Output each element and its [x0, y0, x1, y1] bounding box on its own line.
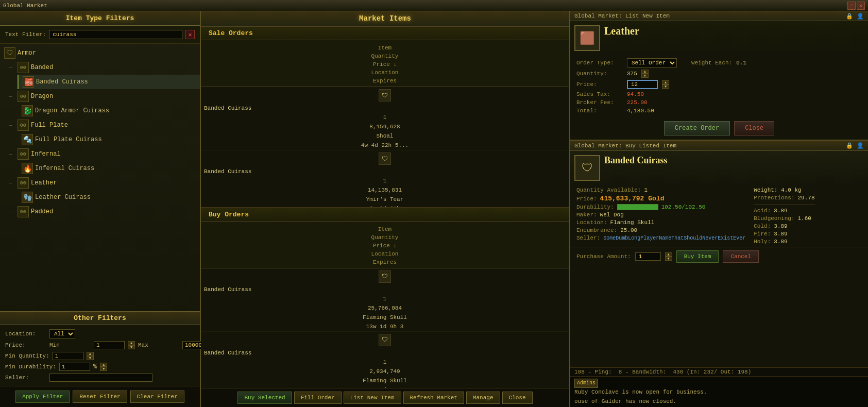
- tree-item-full-plate-cuirass[interactable]: 🔩 Full Plate Cuirass: [18, 132, 200, 147]
- leather-item-info: Leather: [604, 25, 639, 37]
- close-window-button[interactable]: ✕: [857, 2, 865, 10]
- reset-filter-button[interactable]: Reset Filter: [73, 391, 127, 403]
- buy-row-2[interactable]: 🛡 Banded Cuirass 1 2,934,749 Flaming Sku…: [201, 332, 569, 388]
- main-content: Item Type Filters Text Filter: ✕ 🛡 Armor…: [0, 11, 868, 407]
- order-type-select[interactable]: Sell Order Buy Order: [627, 58, 677, 67]
- buy-item-1: Banded Cuirass: [201, 285, 569, 294]
- refresh-market-button[interactable]: Refresh Market: [403, 392, 464, 404]
- total-label: Total:: [576, 108, 623, 114]
- status-bar: 108 - Ping: 8 - Bandwidth: 430 (In: 232/…: [570, 367, 868, 376]
- text-filter-input[interactable]: [49, 30, 182, 39]
- clear-filter-x-button[interactable]: ✕: [185, 30, 195, 39]
- buy-row-1[interactable]: 🛡 Banded Cuirass 1 25,766,084 Flaming Sk…: [201, 268, 569, 332]
- tree-item-dragon-cuirass[interactable]: 🐉 Dragon Armor Cuirass: [18, 104, 200, 118]
- cancel-button[interactable]: Cancel: [723, 250, 759, 263]
- center-close-button[interactable]: Close: [502, 392, 533, 404]
- list-close-button[interactable]: Close: [734, 121, 774, 135]
- seller-filter-input[interactable]: [49, 374, 152, 382]
- sale-loc-1: Shoal: [201, 131, 569, 141]
- tree-item-leather-cuirass[interactable]: 🧤 Leather Cuirass: [18, 190, 200, 205]
- tree-item-full-plate[interactable]: — ⚙⚙ Full Plate: [5, 118, 200, 132]
- min-dur-input[interactable]: [59, 363, 90, 371]
- buy-col-left: Quantity Available: 1 Price: 415,633,792…: [576, 187, 745, 245]
- quantity-spinner[interactable]: ▲▼: [641, 70, 649, 78]
- sale-price-1: 8,159,628: [201, 122, 569, 131]
- buy-location-label: Location:: [576, 219, 607, 226]
- seller-filter-row: Seller:: [5, 374, 195, 382]
- sale-col-price: Price ↓: [201, 60, 569, 69]
- min-qty-input[interactable]: [53, 352, 83, 360]
- clear-filter-button[interactable]: Clear Filter: [130, 391, 184, 403]
- fill-order-button[interactable]: Fill Order: [294, 392, 342, 404]
- bludgeoning-row: Bludgeoning: 1.60: [754, 215, 814, 222]
- weight-kg-value: Weight: 4.0 kg: [754, 187, 801, 193]
- total-row: Total: 4,180.50: [576, 108, 862, 114]
- buy-listed-header-text: Global Market: Buy Listed Item: [574, 143, 676, 149]
- tree-item-padded[interactable]: — ⚙⚙ Padded: [5, 205, 200, 219]
- buy-encumbrance-label: Encumbrance:: [576, 227, 617, 233]
- left-panel: Item Type Filters Text Filter: ✕ 🛡 Armor…: [0, 11, 201, 407]
- banded-cuirass-icon: 🧱: [23, 76, 34, 88]
- create-order-button[interactable]: Create Order: [664, 121, 730, 135]
- manage-button[interactable]: Manage: [466, 392, 500, 404]
- tree-item-infernal[interactable]: — ⚙⚙ Infernal: [5, 147, 200, 161]
- min-dur-spinner[interactable]: ▲▼: [100, 363, 107, 371]
- tree-item-infernal-cuirass[interactable]: 🔥 Infernal Cuirass: [18, 161, 200, 176]
- tree-item-dragon[interactable]: — ⚙⚙ Dragon: [5, 89, 200, 104]
- price-spinner[interactable]: ▲▼: [662, 80, 669, 89]
- dash-padded: —: [9, 209, 15, 215]
- full-plate-icon: ⚙⚙: [18, 120, 29, 131]
- location-filter-label: Location:: [5, 331, 46, 337]
- app-title: Global Market: [3, 3, 47, 9]
- apply-filter-button[interactable]: Apply Filter: [15, 391, 70, 403]
- tree-item-banded[interactable]: — ⚙⚙ Banded: [5, 60, 200, 75]
- banded-icon: ⚙⚙: [18, 62, 29, 73]
- price-input[interactable]: [627, 80, 658, 89]
- min-qty-spinner[interactable]: ▲▼: [87, 352, 94, 360]
- tree-item-leather[interactable]: — ⚙⚙ Leather: [5, 176, 200, 190]
- location-filter-select[interactable]: All: [49, 329, 75, 338]
- protections-value: 29.78: [797, 195, 814, 201]
- sales-tax-value: 94.50: [627, 91, 644, 97]
- fire-row: Fire: 3.89: [754, 231, 814, 237]
- minimize-button[interactable]: ─: [847, 2, 856, 10]
- buy-col-right: Weight: 4.0 kg Protections: 29.78 Acid: …: [754, 187, 814, 245]
- tree-item-banded-cuirass[interactable]: 🧱 Banded Cuirass: [18, 75, 200, 89]
- holy-value: 3.89: [774, 239, 787, 245]
- price-min-spinner[interactable]: ▲▼: [128, 341, 135, 349]
- buy-dur-value: 102.50/102.50: [661, 204, 706, 210]
- buy-item-icon-1: 🛡: [379, 270, 391, 283]
- purchase-amount-input[interactable]: [635, 252, 661, 261]
- sale-orders-section: Sale Orders Item Quantity Price ↓ Locati…: [201, 26, 569, 207]
- tree-label-banded: Banded: [31, 64, 53, 71]
- buy-item-info: Banded Cuirass: [604, 155, 668, 166]
- buy-price-row: Price: 415,633,792 Gold: [576, 195, 745, 202]
- chat-line-1: Ruby Conclave is now open for business.: [574, 388, 864, 397]
- bludgeoning-value: 1.60: [797, 215, 811, 222]
- buy-selected-button[interactable]: Buy Selected: [237, 392, 292, 404]
- tree-label-banded-cuirass: Banded Cuirass: [36, 78, 88, 86]
- banded-cuirass-big-icon: 🛡: [574, 155, 600, 181]
- tree-label-dragon: Dragon: [31, 93, 53, 100]
- broker-fee-label: Broker Fee:: [576, 99, 623, 106]
- buy-col-qty: Quantity: [201, 233, 569, 242]
- cold-value: 3.89: [774, 223, 787, 229]
- tree-item-armor[interactable]: 🛡 Armor: [0, 46, 200, 60]
- sale-col-qty: Quantity: [201, 52, 569, 60]
- sale-row-2[interactable]: 🛡 Banded Cuirass 1 14,135,831 Ymir's Tea…: [201, 150, 569, 207]
- sale-row-1[interactable]: 🛡 Banded Cuirass 1 8,159,628 Shoal 4w 4d…: [201, 87, 569, 150]
- buy-loc-2: Flaming Skull: [201, 376, 569, 385]
- price-min-input[interactable]: [94, 341, 125, 349]
- sale-item-1: Banded Cuirass: [201, 104, 569, 113]
- buy-item-title: Banded Cuirass: [604, 155, 668, 166]
- list-new-item-button[interactable]: List New Item: [344, 392, 401, 404]
- sales-tax-label: Sales Tax:: [576, 91, 623, 97]
- buy-item-button[interactable]: Buy Item: [676, 250, 719, 263]
- center-panel: Market Items Sale Orders Item Quantity P…: [201, 11, 569, 407]
- buy-lock-icon: 🔒 👤: [846, 142, 864, 149]
- purchase-amount-spinner[interactable]: ▲▼: [665, 252, 672, 261]
- min-dur-unit: %: [93, 363, 97, 370]
- buy-orders-header: Item Quantity Price ↓ Location Expires: [201, 222, 569, 268]
- list-new-item-section: Global Market: List New Item 🔒 👤 🟫 Leath…: [570, 11, 868, 141]
- item-type-tree: 🛡 Armor — ⚙⚙ Banded 🧱 Banded Cuirass: [0, 44, 200, 311]
